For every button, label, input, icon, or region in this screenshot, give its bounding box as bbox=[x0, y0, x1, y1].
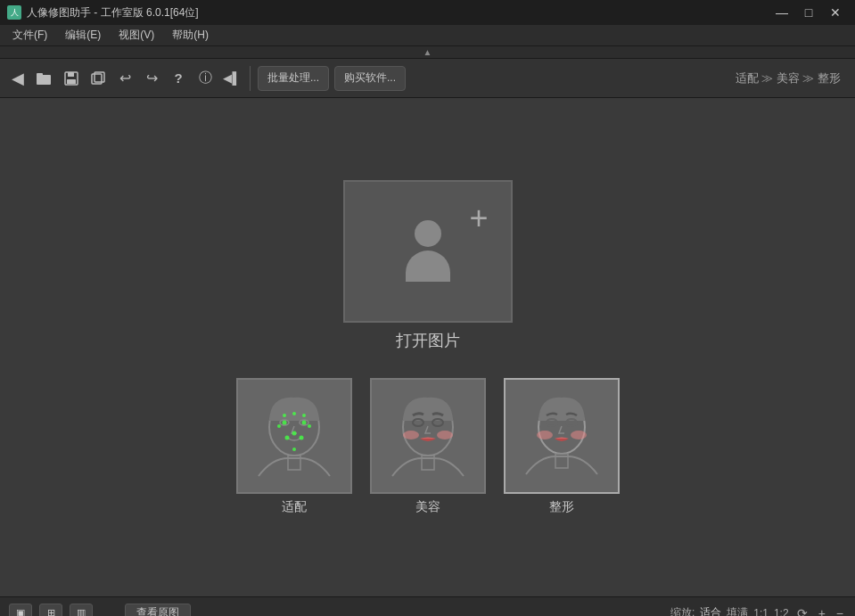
save-copy-btn[interactable] bbox=[86, 66, 111, 91]
open-image-box[interactable]: + bbox=[343, 180, 513, 323]
batch-process-btn[interactable]: 批量处理... bbox=[258, 66, 329, 91]
menu-help[interactable]: 帮助(H) bbox=[163, 26, 218, 45]
svg-point-16 bbox=[308, 424, 311, 428]
breadcrumb: 适配 ≫ 美容 ≫ 整形 bbox=[736, 70, 850, 86]
title-bar: 人 人像修图助手 - 工作室版 6.0.1[64位] — □ ✕ bbox=[0, 0, 855, 25]
mode-adaption-img bbox=[236, 378, 352, 494]
svg-point-10 bbox=[282, 420, 286, 424]
title-left: 人 人像修图助手 - 工作室版 6.0.1[64位] bbox=[7, 5, 199, 21]
open-image-text: 打开图片 bbox=[396, 330, 460, 351]
person-head bbox=[415, 220, 441, 247]
mode-reshape-label: 整形 bbox=[549, 499, 574, 515]
zoom-1-1[interactable]: 1:1 bbox=[753, 607, 769, 617]
view-original-btn[interactable]: 查看原图 bbox=[125, 604, 191, 617]
menu-view[interactable]: 视图(V) bbox=[110, 26, 163, 45]
svg-point-15 bbox=[277, 424, 281, 428]
status-bar: ▣ ⊞ ▥ 查看原图 缩放: 适合 填满 1:1 1:2 ⟳ + − bbox=[0, 596, 855, 616]
svg-rect-3 bbox=[68, 72, 74, 77]
view-split-btn[interactable]: ▥ bbox=[70, 604, 93, 617]
svg-point-12 bbox=[292, 431, 296, 435]
svg-point-18 bbox=[302, 414, 306, 417]
zoom-label: 缩放: bbox=[670, 605, 695, 616]
mode-beauty[interactable]: 美容 bbox=[370, 378, 486, 515]
app-title: 人像修图助手 - 工作室版 6.0.1[64位] bbox=[27, 5, 199, 21]
menu-edit[interactable]: 编辑(E) bbox=[56, 26, 110, 45]
audio-btn[interactable]: ◀▌ bbox=[219, 66, 244, 91]
close-button[interactable]: ✕ bbox=[823, 3, 848, 22]
open-folder-btn[interactable] bbox=[32, 66, 57, 91]
svg-point-17 bbox=[283, 414, 286, 417]
zoom-out-btn[interactable]: − bbox=[834, 606, 846, 617]
person-body bbox=[406, 251, 450, 282]
mode-thumbnails: 适配 bbox=[236, 378, 620, 515]
app-icon: 人 bbox=[7, 5, 21, 20]
save-btn[interactable] bbox=[59, 66, 84, 91]
undo-btn[interactable]: ↩ bbox=[112, 66, 137, 91]
zoom-fit[interactable]: 适合 bbox=[700, 605, 721, 616]
info-btn[interactable]: ⓘ bbox=[193, 66, 218, 91]
svg-point-32 bbox=[571, 431, 587, 439]
menu-file[interactable]: 文件(F) bbox=[4, 26, 56, 45]
canvas-area: + 打开图片 bbox=[0, 98, 855, 596]
view-single-btn[interactable]: ▣ bbox=[9, 604, 32, 617]
mode-beauty-img bbox=[370, 378, 486, 494]
svg-point-31 bbox=[537, 431, 553, 439]
mode-beauty-label: 美容 bbox=[415, 499, 440, 515]
window-controls: — □ ✕ bbox=[769, 3, 848, 22]
zoom-in-btn[interactable]: + bbox=[816, 606, 828, 617]
buy-software-btn[interactable]: 购买软件... bbox=[334, 66, 406, 91]
maximize-button[interactable]: □ bbox=[796, 3, 821, 22]
svg-point-20 bbox=[292, 448, 296, 451]
mode-adaption[interactable]: 适配 bbox=[236, 378, 352, 515]
toolbar: ◀ ↩ ↪ ? ⓘ ◀▌ 批量处理... 购买软件... 适配 ≫ 美容 ≫ 整… bbox=[0, 59, 855, 98]
view-double-btn[interactable]: ⊞ bbox=[39, 604, 62, 617]
svg-rect-1 bbox=[37, 73, 43, 77]
minimize-button[interactable]: — bbox=[769, 3, 794, 22]
svg-point-13 bbox=[284, 435, 289, 439]
toolbar-sep-1 bbox=[250, 66, 251, 91]
top-arrow-bar[interactable]: ▲ bbox=[0, 46, 855, 59]
svg-rect-4 bbox=[67, 79, 76, 84]
person-icon bbox=[401, 220, 455, 283]
mode-reshape-img bbox=[504, 378, 620, 494]
plus-icon: + bbox=[469, 200, 488, 237]
zoom-controls: 缩放: 适合 填满 1:1 1:2 ⟳ + − bbox=[670, 605, 846, 616]
svg-point-11 bbox=[301, 420, 306, 424]
mode-adaption-label: 适配 bbox=[282, 499, 307, 515]
mode-reshape[interactable]: 整形 bbox=[504, 378, 620, 515]
zoom-fill[interactable]: 填满 bbox=[727, 605, 748, 616]
svg-point-26 bbox=[437, 431, 453, 439]
back-arrow-btn[interactable]: ◀ bbox=[5, 66, 30, 91]
help-btn[interactable]: ? bbox=[166, 66, 191, 91]
svg-point-14 bbox=[299, 435, 303, 439]
svg-point-19 bbox=[292, 412, 296, 415]
menu-bar: 文件(F) 编辑(E) 视图(V) 帮助(H) bbox=[0, 25, 855, 46]
zoom-rotate-btn[interactable]: ⟳ bbox=[794, 606, 810, 617]
zoom-1-2[interactable]: 1:2 bbox=[774, 607, 789, 617]
svg-point-25 bbox=[403, 431, 419, 439]
main-content: + 打开图片 bbox=[0, 98, 855, 616]
open-image-area[interactable]: + 打开图片 bbox=[343, 180, 513, 351]
redo-btn[interactable]: ↪ bbox=[139, 66, 164, 91]
